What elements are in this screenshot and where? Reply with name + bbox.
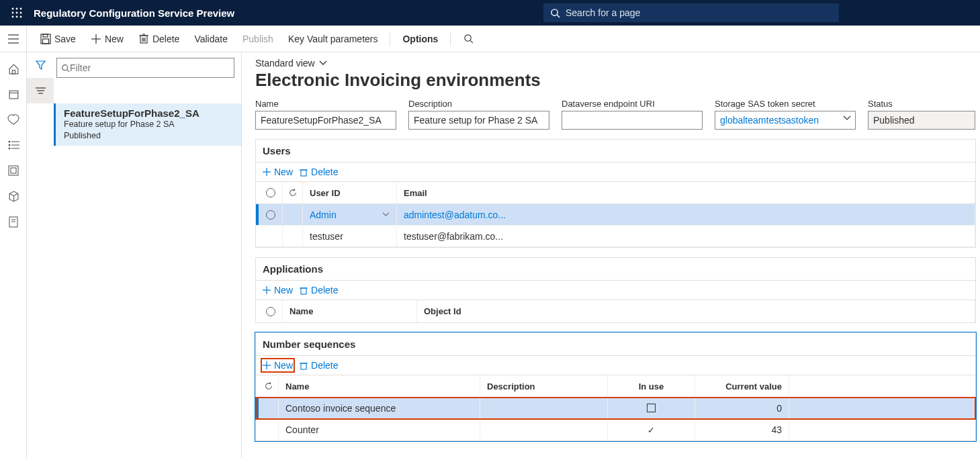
svg-point-3 bbox=[12, 12, 14, 14]
select-all-radio[interactable] bbox=[259, 300, 283, 322]
sort-icon[interactable] bbox=[27, 78, 54, 103]
svg-rect-37 bbox=[11, 168, 16, 173]
new-button[interactable]: New bbox=[84, 30, 130, 48]
users-section: Users New Delete User ID Email bbox=[255, 139, 976, 248]
status-field: Published bbox=[868, 111, 975, 130]
col-seq-name[interactable]: Name bbox=[279, 375, 480, 397]
row-select-radio[interactable] bbox=[259, 204, 283, 225]
svg-point-30 bbox=[9, 141, 10, 142]
view-selector[interactable]: Standard view bbox=[255, 58, 976, 68]
page-title: Electronic Invoicing environments bbox=[255, 70, 976, 91]
trash-icon bbox=[138, 34, 149, 44]
users-new-button[interactable]: New bbox=[263, 167, 293, 177]
plus-icon bbox=[263, 168, 271, 176]
search-input[interactable]: Search for a page bbox=[543, 3, 839, 22]
col-seq-inuse[interactable]: In use bbox=[608, 375, 695, 397]
nav-toggle-button[interactable] bbox=[0, 26, 27, 52]
select-all-radio[interactable] bbox=[259, 182, 283, 203]
col-seq-desc[interactable]: Description bbox=[480, 375, 608, 397]
dataverse-label: Dataverse endpoint URI bbox=[562, 99, 703, 109]
chevron-down-icon[interactable] bbox=[382, 212, 390, 217]
col-app-name[interactable]: Name bbox=[283, 300, 417, 322]
search-placeholder: Search for a page bbox=[566, 7, 640, 18]
svg-point-4 bbox=[16, 12, 18, 14]
apps-new-button[interactable]: New bbox=[263, 285, 293, 295]
table-row[interactable]: testuser testuser@fabrikam.co... bbox=[256, 226, 975, 247]
col-userid[interactable]: User ID bbox=[303, 182, 397, 203]
nav-list-icon[interactable] bbox=[0, 133, 27, 157]
search-icon bbox=[463, 34, 474, 44]
key-vault-parameters-button[interactable]: Key Vault parameters bbox=[281, 30, 385, 48]
sas-label: Storage SAS token secret bbox=[715, 99, 856, 109]
table-row[interactable]: Counter 43 bbox=[256, 419, 975, 441]
svg-point-0 bbox=[12, 8, 14, 10]
chevron-down-icon bbox=[843, 116, 851, 121]
inuse-checkbox bbox=[608, 419, 695, 440]
nav-module1-icon[interactable] bbox=[0, 158, 27, 183]
numseq-delete-button[interactable]: Delete bbox=[300, 360, 338, 371]
validate-button[interactable]: Validate bbox=[187, 30, 234, 48]
filter-icon[interactable] bbox=[27, 52, 54, 78]
svg-point-9 bbox=[551, 9, 558, 15]
svg-point-6 bbox=[12, 16, 14, 18]
name-label: Name bbox=[255, 99, 396, 109]
options-button[interactable]: Options bbox=[396, 30, 445, 48]
svg-point-5 bbox=[20, 12, 22, 14]
app-launcher-button[interactable] bbox=[7, 7, 27, 18]
description-input[interactable]: Feature setup for Phase 2 SA bbox=[408, 111, 549, 130]
svg-point-7 bbox=[16, 16, 18, 18]
svg-rect-16 bbox=[43, 39, 49, 44]
svg-point-25 bbox=[465, 35, 471, 41]
number-sequences-section: Number sequences New Delete Name Descrip… bbox=[255, 332, 976, 441]
svg-rect-27 bbox=[12, 70, 15, 73]
list-item-status: Published bbox=[64, 130, 233, 142]
list-item-title: FeatureSetupForPhase2_SA bbox=[64, 107, 233, 119]
nav-home-icon[interactable] bbox=[0, 56, 27, 81]
nav-rail bbox=[0, 52, 27, 458]
applications-header: Applications bbox=[256, 258, 975, 281]
delete-button[interactable]: Delete bbox=[132, 30, 186, 48]
svg-rect-55 bbox=[301, 288, 306, 294]
trash-icon bbox=[300, 286, 308, 295]
nav-module2-icon[interactable] bbox=[0, 184, 27, 208]
find-button[interactable] bbox=[456, 30, 480, 48]
sas-dropdown[interactable]: globalteamtestsastoken bbox=[715, 111, 856, 130]
apps-delete-button[interactable]: Delete bbox=[300, 285, 338, 295]
trash-icon bbox=[300, 168, 308, 177]
filter-input[interactable] bbox=[56, 58, 234, 78]
refresh-icon[interactable] bbox=[283, 182, 303, 203]
save-button[interactable]: Save bbox=[34, 30, 83, 48]
save-icon bbox=[40, 34, 51, 44]
svg-point-8 bbox=[20, 16, 22, 18]
svg-line-10 bbox=[557, 15, 560, 17]
svg-line-48 bbox=[67, 69, 69, 71]
inuse-checkbox[interactable] bbox=[608, 398, 695, 418]
list-item-subtitle: Feature setup for Phase 2 SA bbox=[64, 119, 233, 130]
svg-rect-59 bbox=[301, 363, 306, 369]
svg-point-47 bbox=[62, 64, 68, 70]
refresh-icon[interactable] bbox=[259, 375, 279, 397]
nav-module3-icon[interactable] bbox=[0, 210, 27, 234]
numseq-new-button[interactable]: New bbox=[263, 360, 293, 371]
dataverse-input[interactable] bbox=[562, 111, 703, 130]
col-email[interactable]: Email bbox=[397, 182, 975, 203]
users-delete-button[interactable]: Delete bbox=[300, 167, 338, 177]
table-row[interactable]: Admin admintest@adatum.co... bbox=[256, 204, 975, 226]
svg-rect-51 bbox=[301, 170, 306, 176]
status-label: Status bbox=[868, 99, 975, 109]
name-input[interactable]: FeatureSetupForPhase2_SA bbox=[255, 111, 396, 130]
svg-line-39 bbox=[13, 193, 17, 195]
environment-list-item[interactable]: FeatureSetupForPhase2_SA Feature setup f… bbox=[54, 103, 241, 146]
col-object-id[interactable]: Object Id bbox=[417, 300, 975, 322]
svg-line-26 bbox=[470, 40, 473, 43]
app-title: Regulatory Configuration Service Preview bbox=[34, 7, 234, 19]
col-seq-current[interactable]: Current value bbox=[695, 375, 789, 397]
svg-point-34 bbox=[9, 148, 10, 149]
svg-point-1 bbox=[16, 8, 18, 10]
table-row[interactable]: Contoso invoice sequence 0 bbox=[256, 398, 975, 419]
svg-point-2 bbox=[20, 8, 22, 10]
number-sequences-header: Number sequences bbox=[256, 333, 975, 356]
users-header: Users bbox=[256, 140, 975, 163]
nav-recent-icon[interactable] bbox=[0, 82, 27, 106]
nav-favorites-icon[interactable] bbox=[0, 107, 27, 132]
